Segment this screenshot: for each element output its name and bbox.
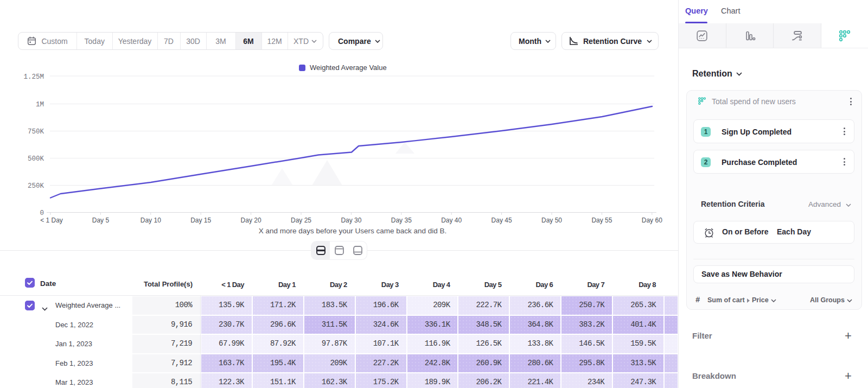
svg-text:250K: 250K xyxy=(28,182,44,190)
svg-text:Day 40: Day 40 xyxy=(441,217,462,224)
svg-text:1M: 1M xyxy=(36,101,44,109)
svg-text:Day 60: Day 60 xyxy=(642,217,662,224)
svg-text:750K: 750K xyxy=(28,128,44,136)
svg-text:Day 30: Day 30 xyxy=(341,217,361,224)
svg-text:Day 45: Day 45 xyxy=(492,217,512,224)
svg-text:< 1 Day: < 1 Day xyxy=(40,217,63,224)
svg-text:Day 20: Day 20 xyxy=(241,217,261,224)
svg-text:Day 50: Day 50 xyxy=(541,217,562,224)
svg-text:Day 10: Day 10 xyxy=(141,217,161,224)
svg-text:1.25M: 1.25M xyxy=(23,73,44,81)
svg-text:500K: 500K xyxy=(28,155,44,163)
svg-text:Day 15: Day 15 xyxy=(190,217,211,224)
svg-text:Day 5: Day 5 xyxy=(92,217,110,224)
svg-text:Day 25: Day 25 xyxy=(291,217,311,224)
svg-text:Day 55: Day 55 xyxy=(591,217,612,224)
svg-text:0: 0 xyxy=(40,209,44,217)
svg-text:Day 35: Day 35 xyxy=(391,217,412,224)
